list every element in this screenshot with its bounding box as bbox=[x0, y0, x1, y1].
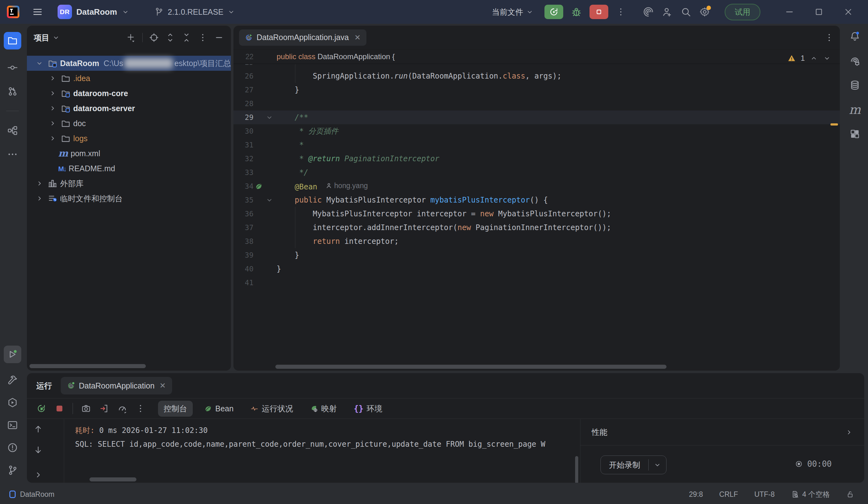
performance-header[interactable]: 性能 bbox=[580, 419, 864, 445]
run-configuration-selector[interactable]: 当前文件 bbox=[492, 7, 534, 17]
console-output[interactable]: 耗时: 0 ms 2026-01-27 11:02:30SQL: SELECT … bbox=[64, 419, 580, 483]
tree-chevron-icon[interactable] bbox=[47, 134, 58, 142]
new-item-button[interactable] bbox=[126, 33, 136, 43]
tree-item[interactable]: DataRoomC:\Usesktop\项目汇总 bbox=[27, 56, 231, 71]
run-view-tab[interactable]: 控制台 bbox=[158, 401, 193, 416]
prev-problem-icon[interactable] bbox=[810, 54, 818, 62]
tree-item[interactable]: 外部库 bbox=[27, 176, 231, 191]
search-everywhere-icon[interactable] bbox=[680, 6, 692, 18]
tool-project-button[interactable] bbox=[4, 32, 21, 50]
tool-terminal-button[interactable] bbox=[7, 420, 18, 431]
tree-item[interactable]: doc bbox=[27, 116, 231, 131]
main-menu-icon[interactable] bbox=[32, 6, 43, 18]
indent-widget[interactable]: 4 个空格 bbox=[791, 490, 830, 499]
more-tools-button[interactable] bbox=[7, 149, 18, 160]
tree-item[interactable]: M↓README.md bbox=[27, 161, 231, 176]
maximize-button[interactable] bbox=[804, 0, 834, 24]
encoding-widget[interactable]: UTF-8 bbox=[754, 490, 775, 499]
tree-item[interactable]: dataroom-server bbox=[27, 101, 231, 116]
maven-icon[interactable]: m bbox=[849, 104, 861, 115]
fold-icon[interactable] bbox=[265, 113, 273, 122]
trial-badge[interactable]: 试用 bbox=[725, 4, 760, 20]
tree-item[interactable]: dataroom-core bbox=[27, 86, 231, 101]
tool-run-button[interactable] bbox=[4, 346, 21, 363]
stop-process-button[interactable] bbox=[54, 403, 64, 413]
tree-chevron-icon[interactable] bbox=[47, 119, 58, 127]
tool-services-button[interactable] bbox=[7, 397, 18, 408]
hide-panel-button[interactable] bbox=[214, 33, 224, 43]
screenshot-button[interactable] bbox=[81, 403, 91, 413]
editor-horizontal-scrollbar[interactable] bbox=[275, 365, 666, 369]
next-problem-icon[interactable] bbox=[823, 54, 831, 62]
run-button[interactable] bbox=[545, 5, 563, 19]
up-stacktrace-button[interactable] bbox=[33, 424, 43, 434]
expand-console-button[interactable] bbox=[33, 470, 43, 480]
tree-chevron-icon[interactable] bbox=[34, 179, 45, 187]
tool-structure-button[interactable] bbox=[7, 125, 18, 136]
thread-dump-button[interactable] bbox=[99, 403, 109, 413]
tab-close-icon[interactable]: ✕ bbox=[354, 33, 361, 42]
vcs-branch-widget[interactable]: 2.1.0.RELEASE bbox=[154, 7, 235, 17]
tree-chevron-icon[interactable] bbox=[47, 74, 58, 82]
console-vertical-scrollbar[interactable] bbox=[575, 456, 578, 483]
tool-problems-button[interactable] bbox=[7, 442, 18, 453]
lock-icon[interactable] bbox=[846, 490, 854, 498]
tree-item[interactable]: 临时文件和控制台 bbox=[27, 191, 231, 206]
status-project-widget[interactable]: DataRoom bbox=[0, 490, 54, 499]
run-view-tab[interactable]: Bean bbox=[198, 401, 239, 416]
inspections-widget[interactable]: 1 bbox=[788, 51, 831, 65]
tool-pull-requests-button[interactable] bbox=[7, 86, 18, 97]
code-area[interactable]: 2526 SpringApplication.run(DataRoomAppli… bbox=[234, 64, 840, 371]
stop-button[interactable] bbox=[589, 5, 608, 19]
tree-chevron-icon[interactable] bbox=[47, 104, 58, 112]
rerun-button[interactable] bbox=[36, 403, 46, 413]
more-actions-icon[interactable] bbox=[616, 7, 626, 17]
run-tab-close-icon[interactable]: ✕ bbox=[159, 381, 166, 390]
run-view-tab[interactable]: {}环境 bbox=[348, 401, 388, 416]
profiler-button[interactable] bbox=[117, 403, 127, 413]
console-horizontal-scrollbar[interactable] bbox=[90, 477, 136, 482]
tool-commit-button[interactable] bbox=[7, 62, 18, 73]
collapse-all-button[interactable] bbox=[182, 33, 192, 43]
code-with-me-icon[interactable] bbox=[661, 6, 673, 18]
ai-chat-icon[interactable] bbox=[849, 55, 860, 66]
sticky-header-line[interactable]: 22public class DataRoomApplication { bbox=[234, 50, 840, 64]
project-horizontal-scrollbar[interactable] bbox=[29, 364, 146, 368]
tree-item[interactable]: mpom.xml bbox=[27, 146, 231, 161]
minimize-button[interactable] bbox=[775, 0, 804, 24]
notifications-bell-icon[interactable] bbox=[849, 31, 860, 42]
spring-bean-gutter-icon[interactable] bbox=[255, 182, 263, 190]
panel-options-button[interactable] bbox=[198, 33, 208, 43]
down-stacktrace-button[interactable] bbox=[33, 445, 43, 455]
tree-item[interactable]: .idea bbox=[27, 71, 231, 86]
ai-assistant-icon[interactable] bbox=[643, 6, 654, 18]
tool-build-button[interactable] bbox=[7, 374, 18, 386]
tree-chevron-icon[interactable] bbox=[34, 59, 45, 67]
debug-button[interactable] bbox=[571, 6, 582, 18]
tree-item[interactable]: logs bbox=[27, 131, 231, 146]
locate-file-button[interactable] bbox=[149, 33, 159, 43]
error-stripe-warning-mark[interactable] bbox=[830, 123, 838, 125]
editor-panel[interactable]: DataRoomApplication.java ✕ 22public clas… bbox=[234, 26, 840, 371]
project-panel-title[interactable]: 项目 bbox=[34, 33, 60, 43]
line-separator-widget[interactable]: CRLF bbox=[719, 490, 738, 499]
record-options-dropdown[interactable] bbox=[649, 456, 666, 474]
editor-tab[interactable]: DataRoomApplication.java ✕ bbox=[239, 29, 366, 46]
tree-chevron-icon[interactable] bbox=[47, 89, 58, 97]
run-more-options-button[interactable] bbox=[135, 403, 145, 413]
tree-chevron-icon[interactable] bbox=[34, 194, 45, 203]
plugin-panel-icon[interactable] bbox=[849, 128, 860, 140]
run-view-tab[interactable]: 映射 bbox=[304, 401, 342, 416]
caret-position-widget[interactable]: 29:8 bbox=[689, 490, 703, 499]
run-tab[interactable]: DataRoomApplication ✕ bbox=[61, 377, 172, 394]
start-recording-button[interactable]: 开始录制 bbox=[600, 455, 666, 474]
settings-gear-icon[interactable] bbox=[699, 6, 710, 18]
expand-all-button[interactable] bbox=[165, 33, 175, 43]
editor-options-icon[interactable] bbox=[824, 33, 834, 43]
database-icon[interactable] bbox=[849, 80, 860, 91]
tool-git-button[interactable] bbox=[7, 465, 18, 476]
project-widget[interactable]: DR DataRoom bbox=[58, 5, 130, 19]
fold-icon[interactable] bbox=[265, 196, 273, 204]
close-button[interactable] bbox=[834, 0, 863, 24]
run-view-tab[interactable]: 运行状况 bbox=[245, 401, 299, 416]
